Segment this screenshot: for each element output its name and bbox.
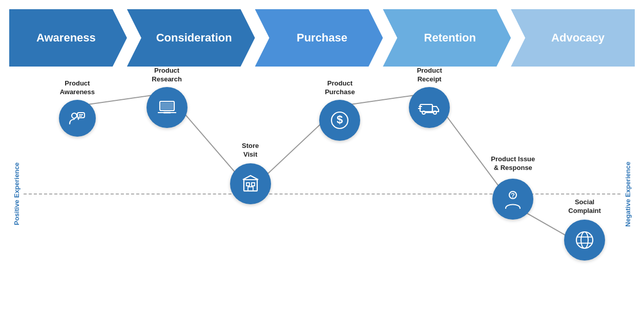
- chevron-label: Advocacy: [551, 31, 605, 45]
- svg-point-23: [576, 232, 593, 248]
- node-receipt-circle: [409, 87, 450, 128]
- svg-rect-8: [244, 180, 257, 191]
- svg-text:?: ?: [511, 191, 515, 199]
- negative-experience-label: Negative Experience: [620, 67, 635, 321]
- svg-point-17: [433, 111, 437, 114]
- svg-point-0: [72, 113, 77, 118]
- node-receipt-label: ProductReceipt: [417, 67, 442, 84]
- node-purchase-label: ProductPurchase: [325, 79, 355, 97]
- chevron-banner: Awareness Consideration Purchase Retenti…: [9, 9, 635, 67]
- node-receipt: ProductReceipt: [409, 67, 450, 128]
- node-complaint-circle: [564, 220, 605, 261]
- chevron-purchase: Purchase: [255, 9, 383, 67]
- node-research: ProductResearch: [147, 67, 188, 128]
- node-store-circle: [230, 163, 271, 204]
- svg-rect-6: [161, 102, 173, 110]
- svg-rect-15: [420, 104, 432, 112]
- chevron-advocacy: Advocacy: [511, 9, 635, 67]
- node-issue-label: Product Issue& Response: [491, 155, 535, 173]
- node-issue: Product Issue& Response ?: [492, 179, 533, 220]
- node-awareness-label: ProductAwareness: [60, 79, 95, 97]
- svg-point-24: [581, 232, 588, 248]
- node-complaint: SocialComplaint: [564, 220, 605, 261]
- chevron-consideration: Consideration: [127, 9, 255, 67]
- journey-area: Positive Experience ProductAwareness: [9, 67, 635, 321]
- chevron-retention: Retention: [383, 9, 511, 67]
- chevron-label: Retention: [424, 31, 476, 45]
- chevron-awareness: Awareness: [9, 9, 127, 67]
- svg-rect-1: [77, 113, 85, 118]
- svg-rect-9: [246, 183, 250, 186]
- journey-content: ProductAwareness ProductResearch: [24, 67, 620, 321]
- node-complaint-label: SocialComplaint: [568, 198, 601, 216]
- svg-rect-11: [248, 187, 253, 191]
- node-awareness-circle: [59, 100, 96, 137]
- node-research-circle: [147, 87, 188, 128]
- svg-rect-10: [252, 183, 255, 186]
- node-store-label-above: StoreVisit: [242, 142, 259, 159]
- chevron-label: Consideration: [156, 31, 232, 45]
- chevron-label: Awareness: [36, 31, 96, 45]
- node-research-label: ProductResearch: [152, 67, 182, 84]
- node-awareness: ProductAwareness: [59, 79, 96, 137]
- node-issue-circle: ?: [492, 179, 533, 220]
- node-store: StoreVisit: [230, 163, 271, 204]
- node-purchase-circle: $: [319, 100, 360, 141]
- svg-point-16: [422, 111, 425, 114]
- node-purchase: ProductPurchase $: [319, 79, 360, 141]
- chevron-label: Purchase: [297, 31, 347, 45]
- positive-experience-label: Positive Experience: [9, 67, 24, 321]
- svg-text:$: $: [337, 113, 343, 126]
